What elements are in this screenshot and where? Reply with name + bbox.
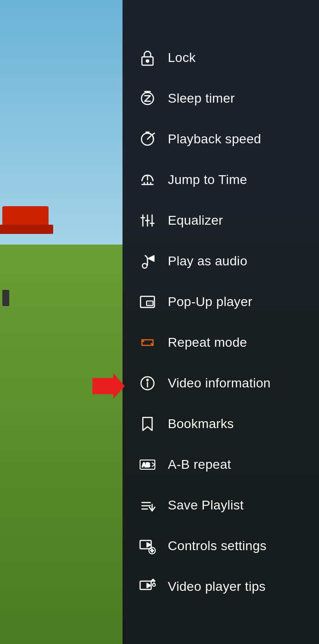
menu-item-play-as-audio[interactable]: Play as audio <box>123 241 319 282</box>
svg-marker-43 <box>147 583 151 588</box>
svg-marker-35 <box>147 543 151 547</box>
controls-settings-label: Controls settings <box>168 539 267 553</box>
menu-item-save-playlist[interactable]: Save Playlist <box>123 485 319 526</box>
menu-item-sleep-timer[interactable]: Sleep timer <box>123 78 319 119</box>
scene-truck <box>2 206 49 234</box>
lock-label: Lock <box>168 50 196 65</box>
menu-item-popup-player[interactable]: Pop-Up player <box>123 282 319 322</box>
svg-line-6 <box>147 136 151 139</box>
menu-item-ab-repeat[interactable]: AB A-B repeat <box>123 444 319 485</box>
svg-point-2 <box>147 60 149 62</box>
svg-marker-20 <box>148 256 154 261</box>
svg-point-19 <box>142 264 147 268</box>
popup-player-icon <box>136 291 159 313</box>
video-player-tips-label: Video player tips <box>168 579 266 594</box>
ab-repeat-icon: AB <box>136 454 159 476</box>
svg-point-25 <box>147 379 148 380</box>
menu-item-controls-settings[interactable]: Controls settings <box>123 526 319 566</box>
bookmarks-icon <box>136 413 159 435</box>
video-player-tips-icon <box>136 576 159 598</box>
menu-item-video-player-tips[interactable]: Video player tips <box>123 566 319 607</box>
menu-item-bookmarks[interactable]: Bookmarks <box>123 404 319 444</box>
popup-player-label: Pop-Up player <box>168 294 252 309</box>
equalizer-icon <box>136 209 159 232</box>
sleep-timer-icon <box>136 87 159 110</box>
menu-item-video-information[interactable]: Video information <box>123 363 319 404</box>
video-information-icon <box>136 372 159 394</box>
menu-item-playback-speed[interactable]: Playback speed <box>123 119 319 159</box>
svg-text:AB: AB <box>142 462 150 468</box>
ab-repeat-label: A-B repeat <box>168 457 231 472</box>
sleep-timer-label: Sleep timer <box>168 91 235 106</box>
playback-speed-icon <box>136 128 159 150</box>
scene-ground <box>0 245 123 644</box>
play-as-audio-label: Play as audio <box>168 254 247 269</box>
bookmarks-label: Bookmarks <box>168 417 234 431</box>
menu-item-lock[interactable]: Lock <box>123 37 319 78</box>
controls-settings-icon <box>136 535 159 557</box>
svg-rect-22 <box>147 301 153 306</box>
menu-panel: Lock Sleep timer Playback speed <box>123 0 319 644</box>
scene-figure <box>2 290 9 306</box>
jump-to-time-label: Jump to Time <box>168 172 247 187</box>
video-information-label: Video information <box>168 376 271 391</box>
save-playlist-icon <box>136 494 159 516</box>
svg-point-41 <box>151 550 153 552</box>
lock-icon <box>136 47 159 69</box>
equalizer-label: Equalizer <box>168 213 223 228</box>
menu-item-jump-to-time[interactable]: Jump to Time <box>123 159 319 200</box>
menu-item-equalizer[interactable]: Equalizer <box>123 200 319 241</box>
repeat-mode-label: Repeat mode <box>168 335 247 350</box>
jump-to-time-icon <box>136 169 159 191</box>
repeat-mode-icon <box>136 331 159 354</box>
save-playlist-label: Save Playlist <box>168 498 244 513</box>
play-as-audio-icon <box>136 250 159 272</box>
playback-speed-label: Playback speed <box>168 132 261 147</box>
menu-item-repeat-mode[interactable]: Repeat mode <box>123 322 319 363</box>
